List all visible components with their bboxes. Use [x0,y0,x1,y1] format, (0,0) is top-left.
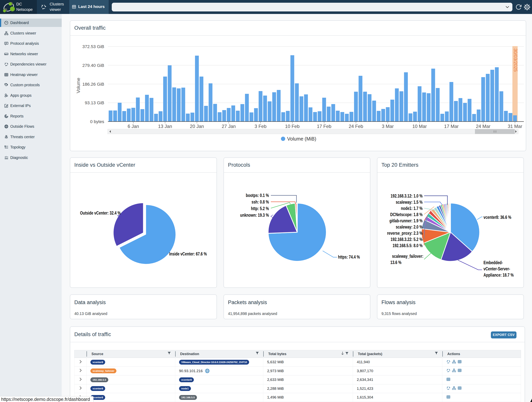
svg-text:https: 74.4 %: https: 74.4 % [338,254,360,260]
svg-text:reverse_proxy: 2.3 %: reverse_proxy: 2.3 % [387,230,423,236]
svg-text:scaleway: 2.0 %: scaleway: 2.0 % [396,224,423,229]
svg-text:93.13 GiB: 93.13 GiB [85,100,104,105]
svg-text:17 Mar: 17 Mar [444,124,459,129]
svg-text:DCNetscope: 1.8 %: DCNetscope: 1.8 % [390,212,423,217]
svg-text:Inside vCenter: 67.6 %: Inside vCenter: 67.6 % [169,251,207,256]
svg-text:30/03/2025: 30/03/2025 [513,49,518,72]
svg-text:bootps: 0.1 %: bootps: 0.1 % [246,193,269,198]
svg-text:unknown: 19.3 %: unknown: 19.3 % [240,212,269,218]
svg-text:Volume: Volume [76,78,81,93]
svg-text:192.168.3.12: 1.0 %: 192.168.3.12: 1.0 % [391,193,423,198]
svg-text:10 Mar: 10 Mar [412,124,427,129]
svg-text:27 Jan: 27 Jan [222,124,236,129]
svg-text:scaleway_failover:: scaleway_failover: [392,254,423,259]
svg-text:ssh: 0.8 %: ssh: 0.8 % [252,199,269,204]
svg-text:http: 5.2 %: http: 5.2 % [251,206,269,211]
svg-text:vcenter8: 36.6 %: vcenter8: 36.6 % [483,215,511,220]
svg-text:279.40 GiB: 279.40 GiB [82,63,104,68]
svg-text:Embedded-: Embedded- [483,260,503,265]
svg-text:6 Jan: 6 Jan [128,124,139,129]
svg-text:gitlab-runner: 1.9 %: gitlab-runner: 1.9 % [389,218,423,223]
svg-text:3 Feb: 3 Feb [254,124,266,129]
svg-text:186.26 GiB: 186.26 GiB [82,82,104,87]
svg-text:0 bytes: 0 bytes [90,119,104,124]
svg-text:Appliance: 18.7 %: Appliance: 18.7 % [483,272,514,278]
svg-text:17 Feb: 17 Feb [317,124,331,129]
svg-text:24 Feb: 24 Feb [349,124,363,129]
svg-text:192.168.5.5: 8.0 %: 192.168.5.5: 8.0 % [393,243,423,248]
svg-text:node1: 1.7 %: node1: 1.7 % [401,206,423,211]
svg-text:scaleway: 1.5 %: scaleway: 1.5 % [396,199,423,205]
svg-text:Outside vCenter: 32.4 %: Outside vCenter: 32.4 % [80,210,121,216]
svg-text:20 Jan: 20 Jan [190,124,204,129]
svg-text:vCenter-Server-: vCenter-Server- [483,266,510,271]
svg-text:24 Mar: 24 Mar [476,124,490,129]
svg-text:3 Mar: 3 Mar [382,124,394,129]
svg-text:Volume (MiB): Volume (MiB) [287,136,316,142]
svg-text:13 Jan: 13 Jan [158,124,172,129]
svg-text:192.168.3.22: 5.2 %: 192.168.3.22: 5.2 % [391,237,423,242]
svg-text:13.6 %: 13.6 % [390,260,401,265]
svg-text:372.53 GiB: 372.53 GiB [82,44,104,49]
svg-text:31 Mar: 31 Mar [508,124,522,129]
svg-text:10 Feb: 10 Feb [285,124,300,129]
